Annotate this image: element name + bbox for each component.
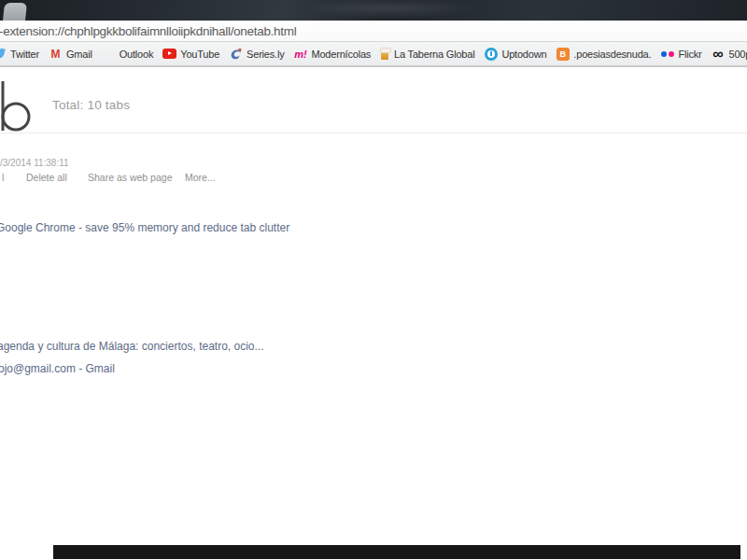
bookmark-item-la-taberna-global[interactable]: La Taberna Global	[380, 48, 474, 61]
500px-icon	[711, 47, 725, 61]
group-timestamp: /3/2014 11:38:11	[0, 158, 69, 168]
bookmark-label: Flickr	[678, 49, 701, 60]
bookmark-item-twitter[interactable]: Twitter	[0, 47, 39, 61]
bookmark-item-flickr[interactable]: Flickr	[660, 47, 701, 61]
bookmark-item-youtube[interactable]: YouTube	[162, 47, 219, 61]
bookmark-label: La Taberna Global	[394, 49, 474, 60]
bookmark-item-poesiasdesnuda[interactable]: .poesiasdesnuda.	[556, 47, 651, 61]
bookmark-label: .poesiasdesnuda.	[573, 49, 651, 60]
bookmark-label: Outlook	[120, 49, 154, 60]
bookmark-item-outlook[interactable]: Outlook	[102, 47, 154, 61]
bookmark-item-seriesly[interactable]: Series.ly	[229, 47, 284, 61]
url-text[interactable]: -extension://chphlpgkkbolifaimnlloiipkdn…	[0, 24, 296, 38]
uptodown-icon	[485, 48, 498, 61]
seriesly-icon	[229, 47, 243, 61]
group-actions: l Delete all Share as web page More...	[0, 172, 374, 185]
bookmark-label: Uptodown	[501, 49, 546, 60]
share-as-web-page-link[interactable]: Share as web page	[88, 172, 172, 183]
more-link[interactable]: More...	[185, 172, 216, 183]
tab-link[interactable]: ojo@gmail.com - Gmail	[0, 362, 115, 375]
blogger-icon	[557, 48, 570, 61]
onetab-logo-partial: b	[0, 80, 32, 136]
header-divider	[0, 133, 747, 133]
bookmark-item-gmail[interactable]: Gmail	[49, 47, 92, 61]
browser-tab-strip	[0, 0, 747, 21]
tab-link[interactable]: agenda y cultura de Málaga: conciertos, …	[0, 340, 264, 353]
bookmark-label: Twitter	[10, 49, 39, 60]
restore-all-link-partial[interactable]: l	[2, 172, 4, 183]
modernicolas-icon	[293, 47, 307, 61]
tab-link[interactable]: Google Chrome - save 95% memory and redu…	[0, 221, 289, 234]
delete-all-link[interactable]: Delete all	[26, 172, 67, 183]
bookmark-label: Gmail	[66, 49, 92, 60]
onetab-logo-text: b	[32, 80, 33, 81]
background-tab[interactable]	[3, 3, 27, 21]
bookmark-item-modernicolas[interactable]: Modernícolas	[293, 47, 371, 61]
twitter-icon	[0, 47, 7, 61]
bottom-dark-bar	[53, 545, 740, 559]
bookmark-label: Modernícolas	[311, 49, 371, 60]
total-tabs-label: Total: 10 tabs	[52, 98, 130, 112]
bookmarks-bar: Twitter Gmail Outlook YouTube Series.ly …	[0, 42, 747, 67]
bookmark-label: YouTube	[180, 49, 219, 60]
bookmark-item-uptodown[interactable]: Uptodown	[484, 47, 546, 61]
flickr-icon	[660, 47, 674, 61]
outlook-icon	[102, 47, 116, 61]
youtube-icon	[162, 49, 176, 59]
beer-icon	[380, 48, 390, 61]
browser-window: -extension://chphlpgkkbolifaimnlloiipkdn…	[0, 0, 747, 560]
bookmark-label: 500px	[728, 49, 747, 60]
address-bar[interactable]: -extension://chphlpgkkbolifaimnlloiipkdn…	[0, 21, 747, 42]
bookmark-item-500px[interactable]: 500px	[711, 47, 747, 61]
gmail-icon	[49, 47, 63, 61]
bookmark-label: Series.ly	[247, 49, 284, 60]
